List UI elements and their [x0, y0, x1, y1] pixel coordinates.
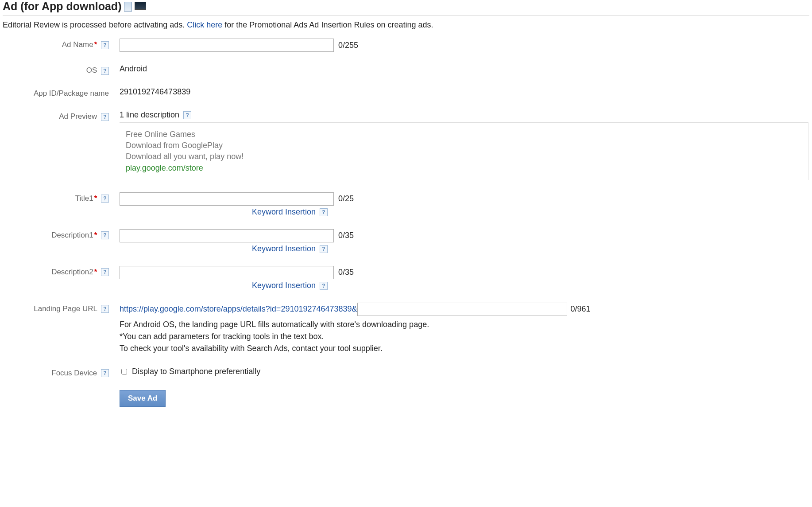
section-title-text: Ad (for App download): [3, 0, 121, 13]
help-icon[interactable]: ?: [101, 195, 109, 203]
intro-link[interactable]: Click here: [187, 20, 222, 29]
help-icon[interactable]: ?: [101, 231, 109, 239]
required-mark: *: [94, 40, 97, 49]
help-icon[interactable]: ?: [320, 245, 328, 253]
intro-prefix: Editorial Review is processed before act…: [3, 20, 187, 29]
description1-counter: 0/35: [338, 231, 354, 240]
help-icon[interactable]: ?: [101, 305, 109, 313]
landing-url-prefix: https://play.google.com/store/apps/detai…: [120, 304, 357, 314]
required-mark: *: [94, 194, 97, 203]
landing-note-line: *You can add parameters for tracking too…: [120, 331, 808, 343]
label-ad-name-text: Ad Name: [62, 40, 93, 49]
keyword-insertion-link[interactable]: Keyword Insertion: [252, 207, 316, 216]
preview-heading: 1 line description: [120, 110, 179, 119]
required-mark: *: [94, 231, 97, 239]
label-description1-text: Description1: [51, 231, 93, 239]
label-os: OS ?: [3, 64, 109, 75]
title1-input[interactable]: [120, 192, 334, 206]
ad-name-counter: 0/255: [338, 41, 358, 50]
help-icon[interactable]: ?: [320, 208, 328, 216]
save-button[interactable]: Save Ad: [120, 390, 166, 407]
help-icon[interactable]: ?: [101, 113, 109, 121]
title-divider: [3, 16, 809, 16]
label-description1: Description1* ?: [3, 229, 109, 240]
help-icon[interactable]: ?: [101, 41, 109, 49]
label-focus-device: Focus Device ?: [3, 367, 109, 378]
ad-name-input[interactable]: [120, 39, 334, 52]
help-icon[interactable]: ?: [101, 268, 109, 276]
ad-preview-box: Free Online Games Download from GooglePl…: [120, 122, 808, 180]
label-app-id-text: App ID/Package name: [34, 89, 109, 98]
label-ad-preview: Ad Preview ?: [3, 110, 109, 121]
landing-note-line: For Android OS, the landing page URL fil…: [120, 319, 808, 331]
preview-line: Download from GooglePlay: [126, 140, 802, 151]
label-description2-text: Description2: [51, 268, 93, 276]
required-mark: *: [94, 268, 97, 276]
landing-note-line: To check your tool's availability with S…: [120, 343, 808, 355]
description2-counter: 0/35: [338, 268, 354, 277]
label-landing-url-text: Landing Page URL: [34, 304, 97, 313]
help-icon[interactable]: ?: [101, 67, 109, 75]
label-title1: Title1* ?: [3, 192, 109, 203]
preview-url: play.google.com/store: [126, 163, 802, 174]
landing-url-input[interactable]: [357, 303, 567, 316]
intro-suffix: for the Promotional Ads Ad Insertion Rul…: [222, 20, 433, 29]
app-id-value: 2910192746473839: [120, 87, 808, 97]
label-title1-text: Title1: [75, 194, 93, 203]
intro-text: Editorial Review is processed before act…: [3, 20, 809, 30]
landing-url-counter: 0/961: [571, 304, 591, 314]
label-app-id: App ID/Package name: [3, 87, 109, 98]
help-icon[interactable]: ?: [101, 369, 109, 377]
label-ad-preview-text: Ad Preview: [59, 112, 97, 121]
help-icon[interactable]: ?: [320, 282, 328, 290]
focus-device-checkbox[interactable]: [121, 369, 127, 374]
label-landing-url: Landing Page URL ?: [3, 303, 109, 313]
label-os-text: OS: [86, 66, 97, 74]
section-title: Ad (for App download): [3, 0, 809, 13]
label-ad-name: Ad Name* ?: [3, 39, 109, 49]
landing-notes: For Android OS, the landing page URL fil…: [120, 319, 808, 355]
focus-device-label: Display to Smartphone preferentially: [132, 367, 260, 376]
label-description2: Description2* ?: [3, 266, 109, 277]
keyword-insertion-link[interactable]: Keyword Insertion: [252, 281, 316, 290]
label-focus-device-text: Focus Device: [51, 369, 97, 377]
keyword-insertion-link[interactable]: Keyword Insertion: [252, 244, 316, 253]
tablet-icon: [135, 2, 146, 10]
help-icon[interactable]: ?: [183, 111, 191, 119]
description1-input[interactable]: [120, 229, 334, 242]
preview-line: Download all you want, play now!: [126, 151, 802, 162]
title1-counter: 0/25: [338, 194, 354, 203]
os-value: Android: [120, 64, 808, 74]
smartphone-icon: [124, 2, 132, 12]
preview-line: Free Online Games: [126, 129, 802, 140]
description2-input[interactable]: [120, 266, 334, 279]
